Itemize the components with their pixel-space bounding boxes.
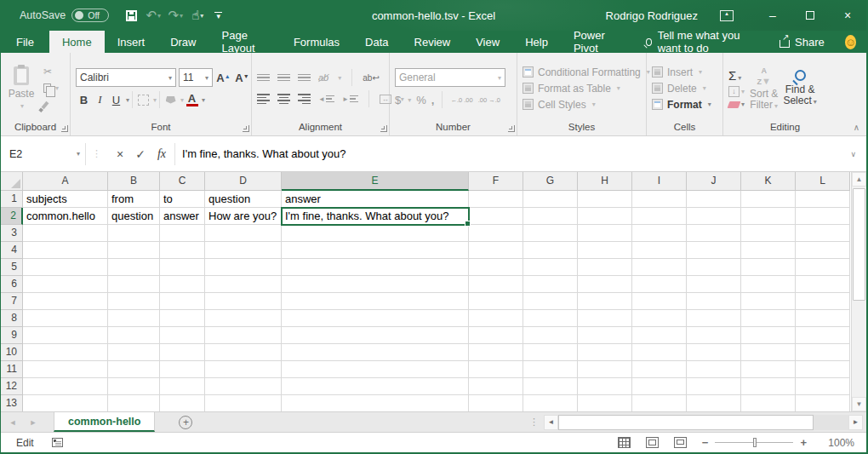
cell-B6[interactable] xyxy=(108,276,160,293)
format-painter-button[interactable] xyxy=(43,99,59,112)
cell-I6[interactable] xyxy=(632,276,687,293)
underline-dropdown-icon[interactable]: ▾ xyxy=(126,96,129,104)
borders-button[interactable] xyxy=(135,91,151,108)
cell-K8[interactable] xyxy=(741,310,796,327)
tab-data[interactable]: Data xyxy=(352,31,401,53)
cell-A5[interactable] xyxy=(23,259,108,276)
cell-K6[interactable] xyxy=(741,276,796,293)
cell-D8[interactable] xyxy=(205,310,282,327)
cell-C6[interactable] xyxy=(160,276,205,293)
cell-H13[interactable] xyxy=(578,395,632,411)
cell-D13[interactable] xyxy=(205,395,282,411)
column-header-B[interactable]: B xyxy=(108,172,160,191)
conditional-formatting-button[interactable]: Conditional Formatting▾ xyxy=(523,66,650,79)
italic-button[interactable]: I xyxy=(92,91,108,108)
cell-H7[interactable] xyxy=(578,293,632,310)
bold-button[interactable]: B xyxy=(76,91,92,108)
row-header-12[interactable]: 12 xyxy=(1,378,23,395)
tab-formulas[interactable]: Formulas xyxy=(281,31,352,53)
redo-button[interactable]: ↷▾ xyxy=(165,4,186,26)
formula-input[interactable]: I'm fine, thanks. What about you? xyxy=(175,147,843,160)
cell-C8[interactable] xyxy=(160,310,205,327)
cell-H1[interactable] xyxy=(578,191,632,208)
copy-dropdown-icon[interactable]: ▾ xyxy=(55,84,59,92)
cell-C7[interactable] xyxy=(160,293,205,310)
expand-formula-bar-button[interactable]: ∨ xyxy=(843,150,863,158)
cell-J12[interactable] xyxy=(687,378,741,395)
cell-E1[interactable]: answer xyxy=(282,191,469,208)
underline-button[interactable]: U xyxy=(108,91,124,108)
cell-E3[interactable] xyxy=(282,225,469,242)
cell-D3[interactable] xyxy=(205,225,282,242)
font-size-combo[interactable]: 11▾ xyxy=(179,68,213,87)
cell-L6[interactable] xyxy=(796,276,850,293)
cell-A9[interactable] xyxy=(23,327,108,344)
column-header-H[interactable]: H xyxy=(578,172,632,191)
insert-cells-button[interactable]: Insert▾ xyxy=(652,66,711,79)
cell-G1[interactable] xyxy=(523,191,578,208)
name-box[interactable]: E2 ▾ xyxy=(1,143,86,165)
cell-L7[interactable] xyxy=(796,293,850,310)
cell-A11[interactable] xyxy=(23,361,108,378)
cell-L11[interactable] xyxy=(796,361,850,378)
borders-dropdown-icon[interactable]: ▾ xyxy=(153,96,157,104)
tab-home[interactable]: Home xyxy=(49,31,105,53)
cell-styles-dropdown-icon[interactable]: ▾ xyxy=(592,101,596,108)
cell-I2[interactable] xyxy=(632,208,687,225)
row-header-6[interactable]: 6 xyxy=(1,276,23,293)
cell-B12[interactable] xyxy=(108,378,160,395)
cell-A3[interactable] xyxy=(23,225,108,242)
cell-A7[interactable] xyxy=(23,293,108,310)
cell-E8[interactable] xyxy=(282,310,469,327)
undo-button[interactable]: ↶▾ xyxy=(143,4,163,26)
cell-H6[interactable] xyxy=(578,276,632,293)
new-sheet-button[interactable]: + xyxy=(179,416,192,429)
cell-C9[interactable] xyxy=(160,327,205,344)
column-header-F[interactable]: F xyxy=(469,172,523,191)
name-box-dropdown-icon[interactable]: ▾ xyxy=(77,150,80,158)
cell-C4[interactable] xyxy=(160,242,205,259)
column-header-L[interactable]: L xyxy=(796,172,850,191)
selected-cell-E2[interactable]: I'm fine, thanks. What about you? xyxy=(282,208,469,225)
paste-button[interactable]: Paste ▾ xyxy=(3,55,40,121)
comma-button[interactable]: , xyxy=(431,94,435,106)
cell-G3[interactable] xyxy=(523,225,578,242)
cell-B5[interactable] xyxy=(108,259,160,276)
orientation-dropdown-icon[interactable]: ▾ xyxy=(338,74,341,82)
cell-F12[interactable] xyxy=(469,378,523,395)
cell-L1[interactable] xyxy=(796,191,850,208)
find-select-button[interactable]: Find &Select▾ xyxy=(783,55,816,121)
wrap-text-button[interactable]: ab↩ xyxy=(363,73,380,83)
tab-review[interactable]: Review xyxy=(402,31,464,53)
close-button[interactable]: × xyxy=(829,0,866,31)
column-header-D[interactable]: D xyxy=(205,172,282,191)
cell-E4[interactable] xyxy=(282,242,469,259)
cell-H4[interactable] xyxy=(578,242,632,259)
format-as-table-dropdown-icon[interactable]: ▾ xyxy=(617,84,620,92)
cell-F11[interactable] xyxy=(469,361,523,378)
cell-F10[interactable] xyxy=(469,344,523,361)
cell-D10[interactable] xyxy=(205,344,282,361)
cell-K12[interactable] xyxy=(741,378,796,395)
formula-bar-grip[interactable]: ⋮ xyxy=(86,148,108,159)
cell-B13[interactable] xyxy=(108,395,160,411)
cell-A6[interactable] xyxy=(23,276,108,293)
row-header-3[interactable]: 3 xyxy=(1,225,23,242)
macro-record-button[interactable] xyxy=(52,438,63,447)
customize-qat-button[interactable]: ▾ xyxy=(214,12,222,19)
cell-K5[interactable] xyxy=(741,259,796,276)
column-header-G[interactable]: G xyxy=(523,172,578,191)
feedback-smiley-button[interactable]: ☺ xyxy=(845,35,856,49)
horizontal-scrollbar[interactable]: ◄ ► xyxy=(544,412,863,432)
align-right-button[interactable] xyxy=(298,94,311,104)
cell-F5[interactable] xyxy=(469,259,523,276)
sort-filter-button[interactable]: AZ▼ Sort &Filter▾ xyxy=(750,55,778,121)
cell-K4[interactable] xyxy=(741,242,796,259)
row-header-2[interactable]: 2 xyxy=(1,208,23,225)
cell-A10[interactable] xyxy=(23,344,108,361)
row-header-13[interactable]: 13 xyxy=(1,395,23,411)
user-name[interactable]: Rodrigo Rodriguez xyxy=(606,9,698,22)
cell-J4[interactable] xyxy=(687,242,741,259)
cell-G13[interactable] xyxy=(523,395,578,411)
align-left-button[interactable] xyxy=(257,94,270,104)
